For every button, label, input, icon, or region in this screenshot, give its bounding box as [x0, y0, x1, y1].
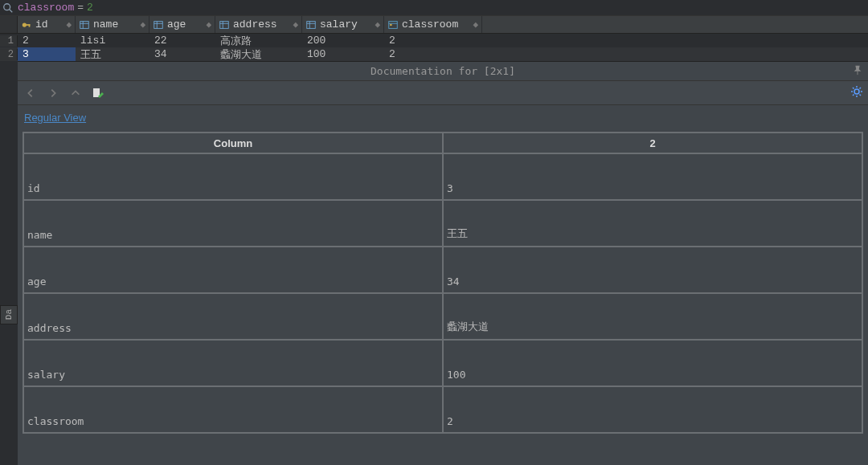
- column-label: age: [167, 18, 186, 31]
- cell-salary[interactable]: 200: [302, 34, 384, 47]
- doc-row: salary 100: [23, 340, 862, 386]
- svg-line-1: [10, 9, 13, 12]
- svg-line-28: [860, 95, 862, 96]
- doc-col-val: 100: [443, 340, 862, 386]
- doc-col-val: 2: [443, 386, 862, 433]
- table-row[interactable]: 1 2 lisi 22 高凉路 200 2: [0, 34, 868, 47]
- column-label: id: [35, 18, 48, 31]
- svg-rect-5: [80, 21, 89, 28]
- cell-classroom[interactable]: 2: [384, 47, 482, 61]
- svg-point-22: [854, 89, 859, 94]
- doc-col-name: id: [23, 153, 443, 200]
- sort-handle-icon[interactable]: ◆: [140, 19, 145, 30]
- cell-name[interactable]: 王五: [76, 47, 149, 61]
- cell-age[interactable]: 22: [149, 34, 215, 47]
- documentation-table: Column 2 id 3 name 王五 age 34 addre: [23, 132, 863, 434]
- up-button[interactable]: [68, 85, 84, 101]
- doc-col-val: 3: [443, 153, 862, 200]
- doc-header-value: 2: [443, 133, 862, 153]
- table-header-row: id ◆ name ◆ age ◆ address ◆ salary ◆ cla: [0, 16, 868, 34]
- doc-row: address 蠡湖大道: [23, 293, 862, 340]
- foreign-key-icon: [387, 19, 399, 31]
- column-label: address: [233, 18, 277, 31]
- gutter-header: [0, 16, 18, 33]
- column-header-classroom[interactable]: classroom ◆: [384, 16, 482, 33]
- svg-rect-11: [220, 21, 229, 28]
- column-icon: [79, 19, 90, 31]
- doc-row: classroom 2: [23, 386, 862, 433]
- svg-line-27: [853, 88, 854, 89]
- svg-line-30: [860, 88, 862, 89]
- doc-col-name: name: [23, 200, 443, 247]
- filter-value[interactable]: 2: [87, 2, 93, 14]
- back-button[interactable]: [23, 85, 39, 101]
- svg-line-29: [853, 95, 854, 96]
- documentation-title: Documentation for [2x1]: [371, 65, 515, 77]
- column-header-name[interactable]: name ◆: [76, 16, 149, 33]
- column-icon: [305, 19, 317, 31]
- cell-address[interactable]: 高凉路: [215, 34, 302, 47]
- cell-id[interactable]: 3: [18, 47, 76, 61]
- key-icon: [21, 19, 32, 31]
- doc-row: id 3: [23, 153, 862, 200]
- doc-col-name: address: [23, 293, 443, 340]
- doc-col-name: classroom: [23, 386, 443, 433]
- doc-row: age 34: [23, 247, 862, 293]
- documentation-toolbar: [18, 81, 868, 105]
- documentation-title-bar: Documentation for [2x1]: [18, 62, 868, 81]
- column-label: classroom: [402, 18, 458, 31]
- svg-rect-8: [154, 21, 163, 28]
- cell-name[interactable]: lisi: [76, 34, 149, 47]
- doc-col-val: 王五: [443, 200, 862, 247]
- cell-id[interactable]: 2: [18, 34, 76, 47]
- column-label: salary: [320, 18, 358, 31]
- doc-col-name: salary: [23, 340, 443, 386]
- sort-handle-icon[interactable]: ◆: [473, 19, 478, 30]
- column-icon: [219, 19, 230, 31]
- sort-handle-icon[interactable]: ◆: [66, 19, 72, 30]
- column-header-age[interactable]: age ◆: [149, 16, 215, 33]
- row-number[interactable]: 2: [0, 49, 18, 60]
- side-tab-database[interactable]: Da: [0, 305, 18, 324]
- svg-point-18: [390, 23, 392, 26]
- sort-handle-icon[interactable]: ◆: [375, 19, 380, 30]
- filter-bar: classroom = 2: [0, 0, 868, 16]
- edit-button[interactable]: [90, 85, 106, 101]
- documentation-panel: Documentation for [2x1] Regular View Col…: [18, 61, 868, 465]
- documentation-body: Regular View Column 2 id 3 name 王五: [18, 105, 868, 465]
- cell-address[interactable]: 蠡湖大道: [215, 47, 302, 61]
- column-header-address[interactable]: address ◆: [215, 16, 302, 33]
- sort-handle-icon[interactable]: ◆: [206, 19, 211, 30]
- column-icon: [153, 19, 164, 31]
- pin-icon[interactable]: [852, 64, 865, 77]
- doc-header-column: Column: [23, 133, 443, 153]
- filter-operator: =: [77, 2, 84, 14]
- column-header-salary[interactable]: salary ◆: [302, 16, 384, 33]
- forward-button[interactable]: [45, 85, 61, 101]
- regular-view-link[interactable]: Regular View: [24, 112, 86, 124]
- gear-icon[interactable]: [850, 85, 865, 100]
- doc-col-val: 蠡湖大道: [443, 293, 862, 340]
- table-row[interactable]: 2 3 王五 34 蠡湖大道 100 2: [0, 47, 868, 61]
- doc-col-val: 34: [443, 247, 862, 293]
- sort-handle-icon[interactable]: ◆: [293, 19, 298, 30]
- cell-classroom[interactable]: 2: [384, 34, 482, 47]
- cell-salary[interactable]: 100: [302, 47, 384, 61]
- column-header-id[interactable]: id ◆: [18, 16, 76, 33]
- doc-col-name: age: [23, 247, 443, 293]
- column-label: name: [93, 18, 118, 31]
- cell-age[interactable]: 34: [149, 47, 215, 61]
- search-icon[interactable]: [2, 2, 14, 14]
- doc-row: name 王五: [23, 200, 862, 247]
- svg-point-0: [4, 3, 10, 10]
- svg-rect-4: [29, 24, 31, 27]
- svg-rect-14: [307, 21, 316, 28]
- row-number[interactable]: 1: [0, 35, 18, 47]
- filter-column[interactable]: classroom: [18, 2, 74, 14]
